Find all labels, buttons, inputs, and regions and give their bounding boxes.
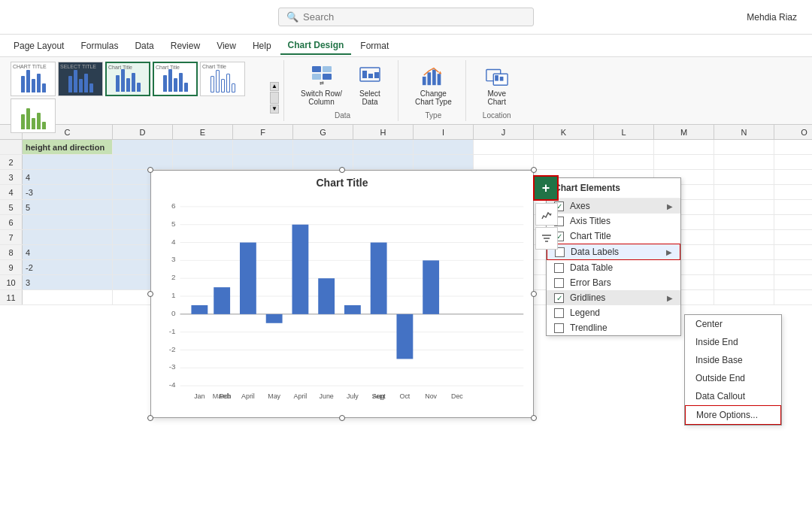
- cell-f2[interactable]: [233, 155, 293, 169]
- cell-h1[interactable]: [353, 140, 414, 154]
- cell-o1[interactable]: [774, 140, 812, 154]
- cell-e2[interactable]: [173, 155, 233, 169]
- svg-text:July: July: [347, 392, 359, 400]
- chart-styles-row: CHART TITLE SELECT TITLE: [11, 62, 266, 133]
- scroll-down[interactable]: ▼: [270, 105, 279, 114]
- cell-i1[interactable]: [414, 140, 474, 154]
- error-bars-checkbox[interactable]: [554, 278, 564, 288]
- cell-m2[interactable]: [654, 155, 714, 169]
- svg-rect-57: [371, 243, 387, 314]
- cell-c3[interactable]: 4: [23, 170, 113, 184]
- chart-element-data-table[interactable]: Data Table: [547, 260, 680, 275]
- chart-element-gridlines[interactable]: ✓ Gridlines ▶: [547, 290, 680, 305]
- svg-rect-11: [432, 70, 436, 86]
- switch-icon: ⇄: [310, 64, 334, 88]
- svg-rect-59: [396, 314, 413, 359]
- switch-row-column-button[interactable]: ⇄ Switch Row/Column: [296, 62, 347, 108]
- change-chart-type-button[interactable]: ChangeChart Type: [411, 62, 456, 108]
- chart-element-chart-title[interactable]: ✓ Chart Title: [547, 229, 680, 244]
- chart-filter-button[interactable]: [535, 227, 558, 250]
- tab-data[interactable]: Data: [127, 38, 161, 54]
- chart-style-4[interactable]: Chart Title: [153, 62, 198, 96]
- tab-formulas[interactable]: Formulas: [73, 38, 126, 54]
- data-table-checkbox[interactable]: [554, 263, 564, 273]
- cell-h2[interactable]: [353, 155, 414, 169]
- scroll-up[interactable]: ▲: [270, 82, 279, 91]
- submenu-data-callout[interactable]: Data Callout: [685, 387, 781, 405]
- chart-element-trendline[interactable]: Trendline: [547, 320, 680, 335]
- col-header-k: K: [534, 125, 594, 139]
- chart-element-error-bars[interactable]: Error Bars: [547, 275, 680, 290]
- svg-text:3: 3: [171, 255, 176, 263]
- chart-style-5[interactable]: Chart Title: [200, 62, 245, 96]
- gridlines-checkbox[interactable]: ✓: [554, 293, 564, 303]
- cell-g1[interactable]: [293, 140, 353, 154]
- tab-chart-design[interactable]: Chart Design: [280, 37, 352, 55]
- col-header-h: H: [353, 125, 414, 139]
- cell-l1[interactable]: [594, 140, 654, 154]
- submenu-more-options[interactable]: More Options...: [685, 405, 781, 425]
- chart-style-3[interactable]: Chart Title: [105, 62, 150, 96]
- select-data-button[interactable]: SelectData: [351, 62, 389, 108]
- move-chart-icon: [485, 64, 509, 88]
- col-header-d: D: [113, 125, 173, 139]
- trendline-checkbox[interactable]: [554, 323, 564, 333]
- cell-m1[interactable]: [654, 140, 714, 154]
- svg-rect-41: [191, 305, 208, 314]
- search-input[interactable]: [303, 11, 526, 23]
- svg-text:May: May: [268, 392, 280, 400]
- cell-c2[interactable]: [23, 155, 113, 169]
- spreadsheet: C D E F G H I J K L M N O P Q R height a…: [0, 125, 812, 518]
- chart-style-2[interactable]: SELECT TITLE: [58, 62, 103, 96]
- submenu-center[interactable]: Center: [685, 315, 781, 333]
- cell-d2[interactable]: [113, 155, 173, 169]
- chart-element-axes[interactable]: ✓ Axes ▶: [547, 198, 680, 214]
- cell-e1[interactable]: [173, 140, 233, 154]
- error-bars-label: Error Bars: [570, 277, 673, 288]
- scroll-mid: [270, 92, 279, 104]
- tab-review[interactable]: Review: [163, 38, 208, 54]
- cell-c1[interactable]: height and direction: [23, 140, 113, 154]
- chart-style-float-button[interactable]: [535, 203, 558, 226]
- cell-i2[interactable]: [414, 155, 474, 169]
- chart-style-6[interactable]: [11, 98, 56, 133]
- axes-arrow: ▶: [667, 202, 673, 211]
- submenu-inside-end[interactable]: Inside End: [685, 333, 781, 351]
- cell-n2[interactable]: [714, 155, 774, 169]
- chart-element-data-labels[interactable]: Data Labels ▶: [547, 244, 680, 260]
- move-chart-button[interactable]: MoveChart: [478, 62, 516, 108]
- cell-f1[interactable]: [233, 140, 293, 154]
- cell-d1[interactable]: [113, 140, 173, 154]
- chart-style-1[interactable]: CHART TITLE: [11, 62, 56, 96]
- cell-k1[interactable]: [534, 140, 594, 154]
- legend-checkbox[interactable]: [554, 308, 564, 318]
- chart-styles-scroll[interactable]: ▲ ▼: [270, 82, 279, 114]
- cell-g2[interactable]: [293, 155, 353, 169]
- chart-elements-button[interactable]: +: [533, 175, 559, 201]
- cell-o2[interactable]: [774, 155, 812, 169]
- svg-text:1: 1: [171, 291, 176, 299]
- cell-l2[interactable]: [594, 155, 654, 169]
- cell-n1[interactable]: [714, 140, 774, 154]
- svg-rect-16: [495, 75, 498, 81]
- switch-row-column-label: Switch Row/Column: [301, 89, 342, 106]
- trendline-label: Trendline: [570, 323, 673, 333]
- cell-j1[interactable]: [474, 140, 534, 154]
- submenu-inside-base[interactable]: Inside Base: [685, 351, 781, 369]
- cell-j2[interactable]: [474, 155, 534, 169]
- search-box[interactable]: 🔍: [278, 8, 534, 26]
- tab-help[interactable]: Help: [245, 38, 279, 54]
- tab-page-layout[interactable]: Page Layout: [6, 38, 71, 54]
- col-header-n: N: [714, 125, 774, 139]
- tab-format[interactable]: Format: [353, 38, 396, 54]
- col-header-g: G: [293, 125, 353, 139]
- chart-element-axis-titles[interactable]: Axis Titles: [547, 214, 680, 229]
- chart-container[interactable]: Chart Title 6 5 4 3 2 1 0 -1 -2 -3 -4: [150, 170, 534, 418]
- legend-label: Legend: [570, 307, 673, 318]
- cell-rownum: 3: [0, 170, 23, 184]
- tab-view[interactable]: View: [209, 38, 244, 54]
- chart-title[interactable]: Chart Title: [151, 171, 533, 192]
- cell-k2[interactable]: [534, 155, 594, 169]
- submenu-outside-end[interactable]: Outside End: [685, 369, 781, 387]
- chart-element-legend[interactable]: Legend: [547, 305, 680, 320]
